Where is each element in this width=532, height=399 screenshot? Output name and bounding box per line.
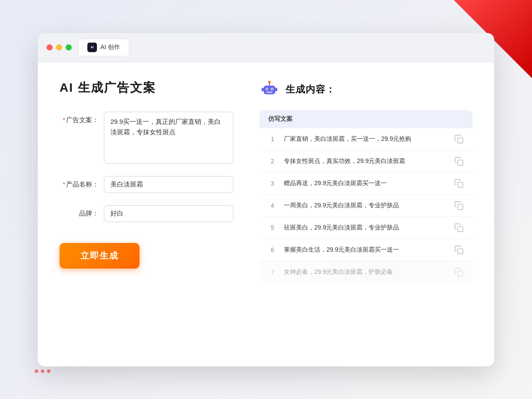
ad-copy-input[interactable] xyxy=(104,112,233,164)
results-list: 1 厂家直销，美白淡斑霜，买一送一，29.9元抢购 2 专抹女性斑点，真实功效，… xyxy=(259,128,472,283)
deco-dot-3 xyxy=(47,369,50,373)
svg-rect-14 xyxy=(458,226,463,232)
brand-label: 品牌： xyxy=(60,205,99,218)
ad-copy-group: *广告文案： xyxy=(60,112,233,164)
result-item-5: 5 祛斑美白，29.9元美白淡斑霜，专业护肤品 xyxy=(259,217,472,239)
right-title: 生成内容： xyxy=(286,83,336,96)
browser-content: AI 生成广告文案 *广告文案： *产品名称： 品牌： 立 xyxy=(38,62,494,366)
required-marker-2: * xyxy=(63,180,65,188)
result-item-2: 2 专抹女性斑点，真实功效，29.9元美白淡斑霜 xyxy=(259,150,472,173)
product-name-group: *产品名称： xyxy=(60,176,233,193)
result-item-6: 6 掌握美白生活，29.9元美白淡斑霜买一送一 xyxy=(259,239,472,261)
left-panel: AI 生成广告文案 *广告文案： *产品名称： 品牌： 立 xyxy=(60,80,233,349)
traffic-light-red[interactable] xyxy=(47,44,53,50)
brand-input[interactable] xyxy=(104,205,233,222)
result-item-4: 4 一周美白，29.9元美白淡斑霜，专业护肤品 xyxy=(259,195,472,217)
required-marker-1: * xyxy=(63,116,65,123)
result-text-6: 掌握美白生活，29.9元美白淡斑霜买一送一 xyxy=(284,245,447,254)
right-panel: 生成内容： 仿写文案 1 厂家直销，美白淡斑霜，买一送一，29.9元抢购 2 专… xyxy=(259,80,472,349)
copy-icon-6[interactable] xyxy=(454,245,464,255)
generate-button[interactable]: 立即生成 xyxy=(60,243,140,269)
traffic-light-yellow[interactable] xyxy=(56,44,62,50)
svg-point-4 xyxy=(272,88,273,90)
traffic-light-green[interactable] xyxy=(66,44,72,50)
svg-rect-9 xyxy=(275,88,277,91)
svg-rect-10 xyxy=(458,138,463,143)
product-name-input[interactable] xyxy=(104,176,233,193)
ai-tab-icon xyxy=(87,43,97,52)
svg-rect-5 xyxy=(266,92,273,93)
result-text-5: 祛斑美白，29.9元美白淡斑霜，专业护肤品 xyxy=(284,223,447,232)
deco-dot-1 xyxy=(35,369,38,373)
svg-rect-8 xyxy=(262,88,264,91)
svg-rect-12 xyxy=(458,182,463,187)
copy-icon-3[interactable] xyxy=(454,179,464,188)
deco-dot-2 xyxy=(41,369,44,373)
svg-rect-16 xyxy=(458,271,463,276)
result-text-7: 女神必备，29.9元美白淡斑霜，护肤必备 xyxy=(284,267,447,276)
result-text-3: 赠品再送，29.9元美白淡斑霜买一送一 xyxy=(284,179,447,188)
copy-icon-5[interactable] xyxy=(454,223,464,233)
browser-titlebar: AI 创作 xyxy=(38,33,494,62)
svg-point-3 xyxy=(266,88,268,90)
svg-rect-15 xyxy=(458,249,463,254)
page-title: AI 生成广告文案 xyxy=(60,80,233,96)
result-num-3: 3 xyxy=(268,180,277,187)
result-num-6: 6 xyxy=(268,246,277,253)
result-text-2: 专抹女性斑点，真实功效，29.9元美白淡斑霜 xyxy=(284,156,447,166)
svg-rect-13 xyxy=(458,204,463,209)
svg-rect-11 xyxy=(458,160,463,165)
copy-icon-1[interactable] xyxy=(454,134,464,144)
copy-icon-7[interactable] xyxy=(454,267,464,277)
brand-group: 品牌： xyxy=(60,205,233,222)
result-num-5: 5 xyxy=(268,224,277,231)
svg-point-7 xyxy=(268,81,271,83)
product-name-label: *产品名称： xyxy=(60,176,99,189)
svg-rect-0 xyxy=(264,86,275,94)
result-text-1: 厂家直销，美白淡斑霜，买一送一，29.9元抢购 xyxy=(284,134,447,143)
result-num-7: 7 xyxy=(268,269,277,276)
result-item-3: 3 赠品再送，29.9元美白淡斑霜买一送一 xyxy=(259,173,472,195)
ad-copy-label: *广告文案： xyxy=(60,112,99,124)
deco-bottom-left xyxy=(35,369,50,373)
tab-label: AI 创作 xyxy=(100,43,120,51)
results-container: 仿写文案 1 厂家直销，美白淡斑霜，买一送一，29.9元抢购 2 专抹女性斑点，… xyxy=(259,110,472,283)
active-tab[interactable]: AI 创作 xyxy=(79,39,129,56)
result-item-7: 7 女神必备，29.9元美白淡斑霜，护肤必备 xyxy=(259,261,472,283)
result-num-1: 1 xyxy=(268,136,277,143)
copy-icon-4[interactable] xyxy=(454,201,464,210)
result-num-2: 2 xyxy=(268,158,277,165)
result-text-4: 一周美白，29.9元美白淡斑霜，专业护肤品 xyxy=(284,201,447,210)
copy-icon-2[interactable] xyxy=(454,156,464,166)
result-item-1: 1 厂家直销，美白淡斑霜，买一送一，29.9元抢购 xyxy=(259,128,472,150)
robot-icon xyxy=(259,80,279,100)
traffic-lights xyxy=(47,44,72,50)
browser-window: AI 创作 AI 生成广告文案 *广告文案： *产品名称： xyxy=(38,33,494,366)
right-header: 生成内容： xyxy=(259,80,472,100)
result-num-4: 4 xyxy=(268,202,277,209)
results-header: 仿写文案 xyxy=(259,110,472,128)
